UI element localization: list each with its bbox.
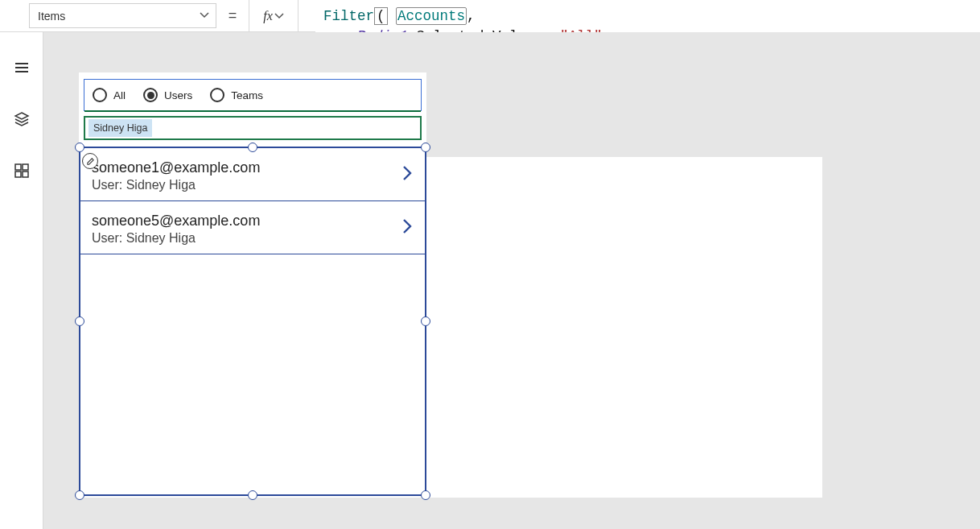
svg-rect-2 — [15, 172, 21, 177]
components-icon[interactable] — [14, 163, 30, 182]
resize-handle[interactable] — [421, 316, 430, 326]
left-rail — [0, 32, 43, 529]
radio-users[interactable]: Users — [143, 88, 192, 102]
fx-icon: fx — [263, 9, 273, 23]
equals-label: = — [216, 0, 249, 31]
edit-icon[interactable] — [82, 153, 98, 169]
gallery-item[interactable]: someone1@example.com User: Sidney Higa — [80, 148, 425, 201]
gallery-item[interactable]: someone5@example.com User: Sidney Higa — [80, 201, 425, 254]
item-owner: User: Sidney Higa — [92, 178, 414, 192]
property-dropdown[interactable]: Items — [29, 3, 216, 28]
layers-icon[interactable] — [14, 111, 30, 130]
radio-label: All — [113, 89, 126, 101]
property-name: Items — [38, 10, 65, 23]
resize-handle[interactable] — [248, 490, 257, 500]
canvas[interactable]: All Users Teams Sidney Higa someone1@exa… — [43, 32, 980, 529]
chevron-down-icon — [200, 10, 209, 23]
fx-button[interactable]: fx — [249, 0, 299, 31]
chevron-right-icon[interactable] — [401, 163, 414, 186]
tree-view-icon[interactable] — [14, 60, 30, 79]
item-owner: User: Sidney Higa — [92, 231, 414, 246]
svg-rect-3 — [23, 172, 28, 177]
selection-underline — [84, 110, 421, 113]
gallery[interactable]: someone1@example.com User: Sidney Higa s… — [79, 147, 426, 496]
resize-handle[interactable] — [421, 143, 430, 152]
radio-all[interactable]: All — [93, 88, 126, 102]
resize-handle[interactable] — [421, 490, 430, 500]
svg-rect-1 — [23, 164, 28, 170]
radio-label: Teams — [231, 89, 263, 101]
item-email: someone1@example.com — [92, 159, 414, 176]
radio-icon-selected — [143, 88, 158, 102]
chevron-right-icon[interactable] — [401, 217, 414, 239]
item-email: someone5@example.com — [92, 213, 414, 229]
resize-handle[interactable] — [75, 490, 84, 500]
radio-teams[interactable]: Teams — [210, 88, 263, 102]
app-screen: All Users Teams Sidney Higa someone1@exa… — [79, 72, 426, 496]
resize-handle[interactable] — [75, 316, 84, 326]
radio-icon — [210, 88, 224, 102]
combobox[interactable]: Sidney Higa — [84, 116, 422, 140]
resize-handle[interactable] — [75, 143, 84, 152]
chevron-down-icon — [274, 11, 284, 21]
radio-group[interactable]: All Users Teams — [84, 79, 422, 111]
radio-icon — [93, 88, 107, 102]
resize-handle[interactable] — [248, 143, 257, 152]
combobox-tag[interactable]: Sidney Higa — [89, 119, 152, 137]
svg-rect-0 — [15, 164, 21, 170]
radio-label: Users — [164, 89, 192, 101]
